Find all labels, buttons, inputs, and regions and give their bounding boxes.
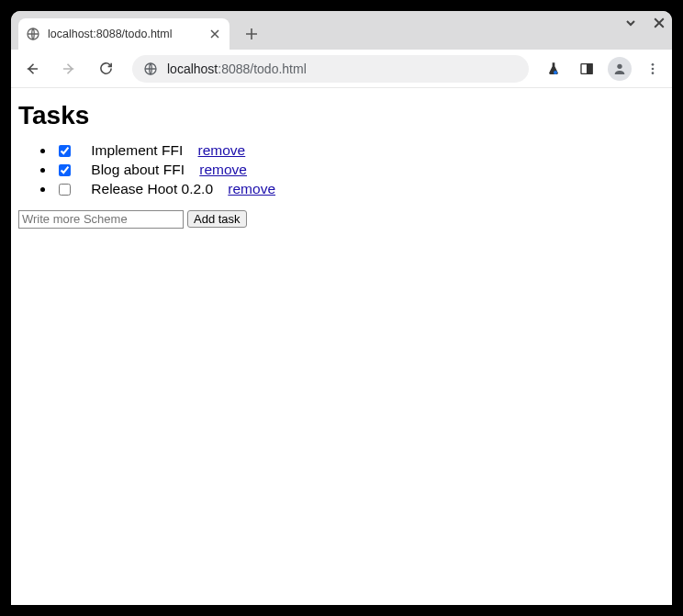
svg-rect-4 bbox=[588, 63, 592, 73]
globe-icon bbox=[143, 62, 158, 76]
remove-link[interactable]: remove bbox=[228, 181, 275, 196]
close-icon[interactable] bbox=[207, 27, 222, 41]
chevron-down-icon[interactable] bbox=[624, 17, 637, 29]
svg-point-8 bbox=[652, 72, 655, 74]
address-bar[interactable]: localhost:8088/todo.html bbox=[132, 55, 529, 83]
profile-button[interactable] bbox=[606, 55, 633, 83]
svg-point-6 bbox=[652, 63, 655, 66]
toolbar: localhost:8088/todo.html bbox=[11, 50, 672, 88]
url-host: localhost bbox=[167, 62, 218, 76]
page-title: Tasks bbox=[18, 101, 665, 130]
back-button[interactable] bbox=[17, 53, 48, 84]
forward-button[interactable] bbox=[53, 53, 84, 84]
task-label: Implement FFI bbox=[91, 142, 183, 158]
menu-button[interactable] bbox=[639, 55, 666, 83]
url-rest: :8088/todo.html bbox=[218, 62, 307, 76]
task-list: Implement FFI remove Blog about FFI remo… bbox=[18, 141, 665, 199]
svg-point-7 bbox=[652, 67, 655, 70]
svg-point-5 bbox=[617, 63, 621, 68]
toolbar-actions bbox=[540, 55, 666, 83]
tab-active[interactable]: localhost:8088/todo.html bbox=[18, 18, 230, 50]
globe-icon bbox=[26, 27, 40, 41]
tab-bar-right bbox=[624, 17, 665, 29]
panel-icon[interactable] bbox=[573, 55, 600, 83]
task-checkbox[interactable] bbox=[59, 184, 71, 196]
page-content: Tasks Implement FFI remove Blog about FF… bbox=[11, 88, 672, 605]
remove-link[interactable]: remove bbox=[198, 142, 246, 158]
task-label: Blog about FFI bbox=[91, 162, 185, 177]
task-checkbox[interactable] bbox=[59, 164, 71, 176]
new-task-input[interactable] bbox=[18, 210, 184, 229]
extension-flask-icon[interactable] bbox=[540, 55, 567, 83]
avatar-icon bbox=[608, 57, 632, 81]
reload-button[interactable] bbox=[90, 53, 121, 84]
url-text: localhost:8088/todo.html bbox=[167, 62, 307, 76]
new-tab-button[interactable] bbox=[239, 21, 264, 47]
task-label: Release Hoot 0.2.0 bbox=[91, 181, 213, 196]
tab-bar: localhost:8088/todo.html bbox=[11, 11, 672, 50]
list-item: Implement FFI remove bbox=[55, 141, 665, 161]
add-task-row: Add task bbox=[18, 210, 665, 229]
svg-point-2 bbox=[554, 71, 557, 74]
window-close-icon[interactable] bbox=[654, 17, 665, 28]
list-item: Blog about FFI remove bbox=[55, 161, 665, 180]
browser-window: localhost:8088/todo.html bbox=[11, 11, 672, 605]
list-item: Release Hoot 0.2.0 remove bbox=[55, 180, 665, 199]
remove-link[interactable]: remove bbox=[199, 162, 247, 177]
add-task-button[interactable]: Add task bbox=[187, 210, 247, 228]
task-checkbox[interactable] bbox=[59, 145, 71, 157]
tab-title: localhost:8088/todo.html bbox=[48, 28, 200, 40]
